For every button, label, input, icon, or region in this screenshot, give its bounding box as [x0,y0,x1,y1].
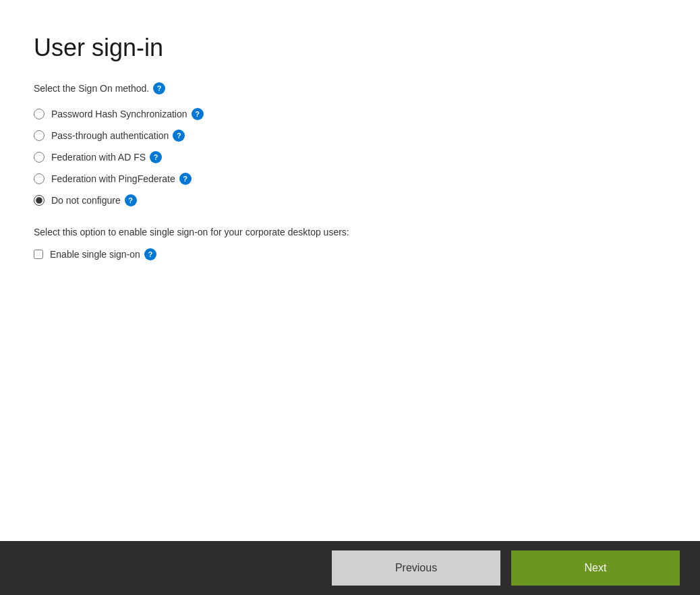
sso-section-label: Select this option to enable single sign… [34,227,666,237]
radio-passthrough-label: Pass-through authentication [51,130,169,141]
radio-do-not-configure-label: Do not configure [51,195,121,206]
radio-group: Password Hash Synchronization ? Pass-thr… [34,108,666,206]
radio-item-adfs[interactable]: Federation with AD FS ? [34,151,666,163]
radio-pingfederate[interactable] [34,173,45,184]
radio-item-do-not-configure[interactable]: Do not configure ? [34,194,666,206]
checkbox-sso-help-icon[interactable]: ? [144,248,156,260]
sign-on-label-text: Select the Sign On method. [34,83,149,94]
checkbox-sso[interactable] [34,250,43,259]
radio-adfs[interactable] [34,152,45,163]
radio-password-hash-help-icon[interactable]: ? [192,108,204,120]
previous-button[interactable]: Previous [332,550,500,586]
next-button[interactable]: Next [511,550,680,586]
radio-item-pingfederate[interactable]: Federation with PingFederate ? [34,173,666,185]
page-title: User sign-in [34,34,666,62]
radio-adfs-label: Federation with AD FS [51,152,146,163]
checkbox-sso-label: Enable single sign-on [50,249,140,260]
radio-item-password-hash[interactable]: Password Hash Synchronization ? [34,108,666,120]
radio-pingfederate-help-icon[interactable]: ? [179,173,192,185]
sign-on-section-label: Select the Sign On method. ? [34,82,666,94]
radio-adfs-help-icon[interactable]: ? [150,151,162,163]
sign-on-help-icon[interactable]: ? [153,82,165,94]
footer: Previous Next [0,541,700,595]
radio-passthrough[interactable] [34,130,45,141]
checkbox-item-sso[interactable]: Enable single sign-on ? [34,248,666,260]
radio-pingfederate-label: Federation with PingFederate [51,173,175,184]
radio-password-hash-label: Password Hash Synchronization [51,109,187,119]
radio-do-not-configure[interactable] [34,195,45,206]
radio-passthrough-help-icon[interactable]: ? [173,130,185,142]
main-content: User sign-in Select the Sign On method. … [0,0,700,541]
radio-item-passthrough[interactable]: Pass-through authentication ? [34,130,666,142]
radio-do-not-configure-help-icon[interactable]: ? [125,194,137,206]
radio-password-hash[interactable] [34,109,45,119]
